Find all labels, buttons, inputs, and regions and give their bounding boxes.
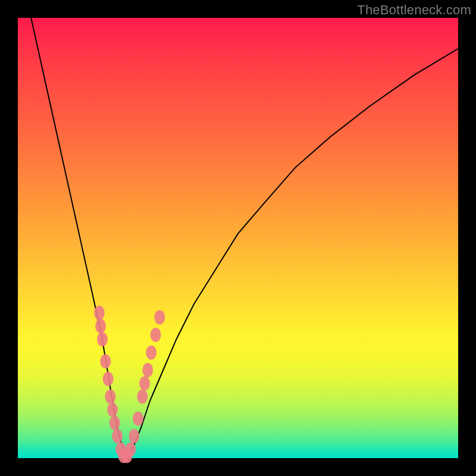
chart-svg <box>18 18 458 458</box>
sample-points-group <box>94 306 165 464</box>
sample-point <box>97 332 108 346</box>
sample-point <box>137 389 148 403</box>
plot-area <box>18 18 458 458</box>
sample-point <box>151 328 161 342</box>
sample-point <box>107 403 118 417</box>
sample-point <box>133 411 143 425</box>
sample-point <box>94 306 105 320</box>
sample-point <box>139 376 150 390</box>
sample-point <box>103 372 114 386</box>
sample-point <box>109 416 120 430</box>
sample-point <box>95 319 106 333</box>
sample-point <box>105 389 115 403</box>
sample-point <box>142 363 153 377</box>
sample-point <box>154 310 165 324</box>
watermark-text: TheBottleneck.com <box>357 2 471 18</box>
sample-point <box>129 429 139 443</box>
sample-point <box>125 442 136 456</box>
sample-point <box>112 429 123 443</box>
bottleneck-curve <box>31 18 458 458</box>
chart-frame: TheBottleneck.com <box>0 0 476 476</box>
sample-point <box>146 345 156 359</box>
sample-point <box>100 354 111 368</box>
